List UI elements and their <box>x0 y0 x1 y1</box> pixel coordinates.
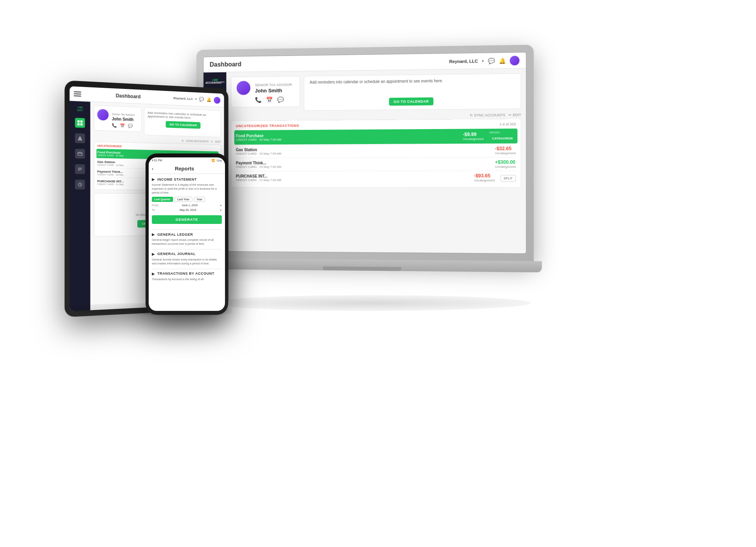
phone-battery: 72% <box>216 159 222 162</box>
trans-cat-3: Uncategorized <box>495 165 516 168</box>
from-value: June 1, 2019 <box>182 204 197 207</box>
transaction-row-4[interactable]: PURCHASE INT... CREDIT CARD · 11 May 7:0… <box>236 171 516 184</box>
transaction-row-2[interactable]: Gas Station CREDIT CARD · 19 May 7:00 AM… <box>236 144 516 158</box>
laptop-screen: Dashboard Reynard, LLC ▾ 💬 🔔 <box>203 52 527 254</box>
go-to-calendar-button[interactable]: GO TO CALENDAR <box>389 97 434 105</box>
svg-rect-7 <box>77 120 80 123</box>
split-button[interactable]: SPLIT <box>500 175 516 181</box>
transaction-row-3[interactable]: Payment Think... CREDIT CARD · 19 May 7:… <box>236 157 516 172</box>
back-arrow-icon[interactable]: ‹ <box>152 166 153 172</box>
transaction-row-1[interactable]: Food Purchase CREDIT CARD · 20 May 7:00 … <box>234 129 518 145</box>
laptop-calendar-box: Add reminders into calendar or schedule … <box>304 73 521 111</box>
laptop-shadow <box>208 295 531 311</box>
to-expand-icon: ▸ <box>220 208 222 212</box>
categorize-button-1[interactable]: CATEGORIZE <box>489 135 516 142</box>
trans-cat-2: Uncategorized <box>495 152 516 155</box>
trans-amount-4: -$93.65 <box>474 173 495 179</box>
user-avatar[interactable] <box>510 55 520 65</box>
laptop-main: Senior Tax Advisor John Smith 📞 📅 💬 <box>226 68 526 253</box>
laptop-advisor-info: Senior Tax Advisor John Smith 📞 📅 💬 <box>255 80 292 103</box>
tablet-top-row: Senior Tax Advisor John Smith 📞 📅 💬 Ad <box>94 105 221 137</box>
phone-statusbar: 4:51 PM 📶 72% <box>149 157 225 164</box>
phone-general-journal-section: ▶ GENERAL JOURNAL General Journal shows … <box>152 252 222 266</box>
generate-button[interactable]: GENERATE <box>152 215 222 224</box>
tablet-advisor-chat-icon[interactable]: 💬 <box>128 124 133 128</box>
general-ledger-desc: General ledger report shows complete rec… <box>152 238 222 246</box>
tablet-calendar-box: Add reminders into calendar or schedule … <box>144 107 221 137</box>
income-to-row: To: May 28, 2019 ▸ <box>152 208 222 212</box>
expand-arrow-icon-4: ▶ <box>152 272 155 276</box>
tablet-sync-icon: ↻ <box>182 139 184 142</box>
phone-content: ▶ INCOME STATEMENT Income Statement is a… <box>149 174 225 287</box>
tablet-advisor-phone-icon[interactable]: 📞 <box>112 123 116 128</box>
advisor-phone-icon[interactable]: 📞 <box>255 97 262 103</box>
tablet-sidebar-icon-3[interactable] <box>75 149 85 159</box>
tablet-sync-label: SYNC ACCOUNTS <box>186 140 208 143</box>
tablet-sidebar-icon-4[interactable] <box>75 164 85 174</box>
general-ledger-header[interactable]: ▶ GENERAL LEDGER <box>152 232 222 237</box>
chevron-down-icon: ▾ <box>482 59 484 63</box>
laptop: Dashboard Reynard, LLC ▾ 💬 🔔 <box>196 44 550 325</box>
expand-arrow-icon-3: ▶ <box>152 252 155 256</box>
tablet-advisor-calendar-icon[interactable]: 📅 <box>120 124 125 128</box>
svg-rect-8 <box>80 120 83 123</box>
income-statement-desc: Income Statement is a display of the rev… <box>152 183 222 194</box>
advisor-video-icon[interactable]: 📅 <box>266 96 273 103</box>
laptop-base <box>189 258 542 272</box>
tablet-advisor-avatar <box>97 109 109 121</box>
income-statement-header[interactable]: ▶ INCOME STATEMENT <box>152 177 222 181</box>
tablet-title: Dashboard <box>116 92 140 99</box>
tablet-sidebar-icon-2[interactable] <box>75 133 85 143</box>
tablet-dashboard-icon[interactable] <box>75 118 85 128</box>
sync-accounts-button[interactable]: ↻ SYNC ACCOUNTS <box>470 113 505 117</box>
phone-header: ‹ Reports <box>149 164 225 174</box>
year-button[interactable]: Year <box>194 197 205 202</box>
last-year-button[interactable]: Last Year <box>175 197 192 202</box>
laptop-sync-row: ↻ SYNC ACCOUNTS ✏ EDIT <box>231 113 521 119</box>
tablet-advisor-name: John Smith <box>112 117 135 122</box>
tablet-edit-icon: ✏ <box>211 140 213 143</box>
edit-button[interactable]: ✏ EDIT <box>509 113 521 117</box>
svg-rect-9 <box>77 123 80 126</box>
phone-income-statement-section: ▶ INCOME STATEMENT Income Statement is a… <box>152 177 222 226</box>
chat-icon[interactable]: 💬 <box>488 57 494 64</box>
general-journal-header[interactable]: ▶ GENERAL JOURNAL <box>152 252 222 256</box>
trans-detail-3: CREDIT CARD · 19 May 7:00 AM <box>236 164 492 168</box>
phone-title: Reports <box>175 166 194 172</box>
trans-amount-1: -$9.99 <box>463 131 484 137</box>
expand-arrow-icon-2: ▶ <box>152 232 155 237</box>
laptop-advisor-box: Senior Tax Advisor John Smith 📞 📅 💬 <box>231 76 300 107</box>
income-from-row: From: June 1, 2019 ▸ <box>152 203 222 207</box>
from-expand-icon: ▸ <box>220 203 222 207</box>
trans-cat-1: Uncategorized <box>463 137 484 140</box>
phone-screen: 4:51 PM 📶 72% ‹ Reports ▶ INCOME STATEME <box>149 157 225 311</box>
laptop-trans-header: UNCATEGORIZED TRANSACTIONS 1-4 of 203 <box>236 122 516 128</box>
tablet-go-to-calendar-button[interactable]: GO TO CALENDAR <box>166 121 201 129</box>
trans-detail-4: CREDIT CARD · 11 May 7:00 AM <box>236 178 471 181</box>
transactions-account-header[interactable]: ▶ TRANSACTIONS BY ACCOUNT <box>152 272 222 276</box>
phone-general-ledger-section: ▶ GENERAL LEDGER General ledger report s… <box>152 232 222 246</box>
company-name: Reynard, LLC <box>449 59 478 64</box>
tablet-advisor-box: Senior Tax Advisor John Smith 📞 📅 💬 <box>94 105 142 132</box>
phone-time: 4:51 PM <box>152 159 162 162</box>
advisor-chat-icon[interactable]: 💬 <box>277 96 284 103</box>
laptop-top-row: Senior Tax Advisor John Smith 📞 📅 💬 <box>231 73 521 111</box>
brand-logo: 1·800ACCOUNTANT™ <box>204 78 227 84</box>
tablet-chevron-icon: ▾ <box>195 97 197 101</box>
last-quarter-button[interactable]: Last Quarter <box>152 197 173 202</box>
laptop-advisor-avatar <box>237 81 251 95</box>
tablet-edit-label: EDIT <box>215 140 221 143</box>
trans-detail-1: CREDIT CARD · 20 May 7:00 AM <box>236 137 460 141</box>
bell-icon[interactable]: 🔔 <box>499 57 505 64</box>
general-journal-desc: General Journal shows every transaction … <box>152 258 222 266</box>
phone-transactions-account-section: ▶ TRANSACTIONS BY ACCOUNT Transactions b… <box>152 272 222 281</box>
trans-id-1: #00261 <box>489 131 516 135</box>
tablet-user-avatar[interactable] <box>214 96 220 103</box>
general-ledger-title: GENERAL LEDGER <box>157 233 193 237</box>
transactions-account-title: TRANSACTIONS BY ACCOUNT <box>157 272 214 275</box>
tablet-chat-icon[interactable]: 💬 <box>199 97 204 102</box>
hamburger-icon[interactable] <box>74 91 81 96</box>
tablet-sidebar-icon-5[interactable] <box>75 179 85 189</box>
tablet-bell-icon[interactable]: 🔔 <box>207 97 212 102</box>
laptop-calendar-text: Add reminders into calendar or schedule … <box>310 78 515 96</box>
